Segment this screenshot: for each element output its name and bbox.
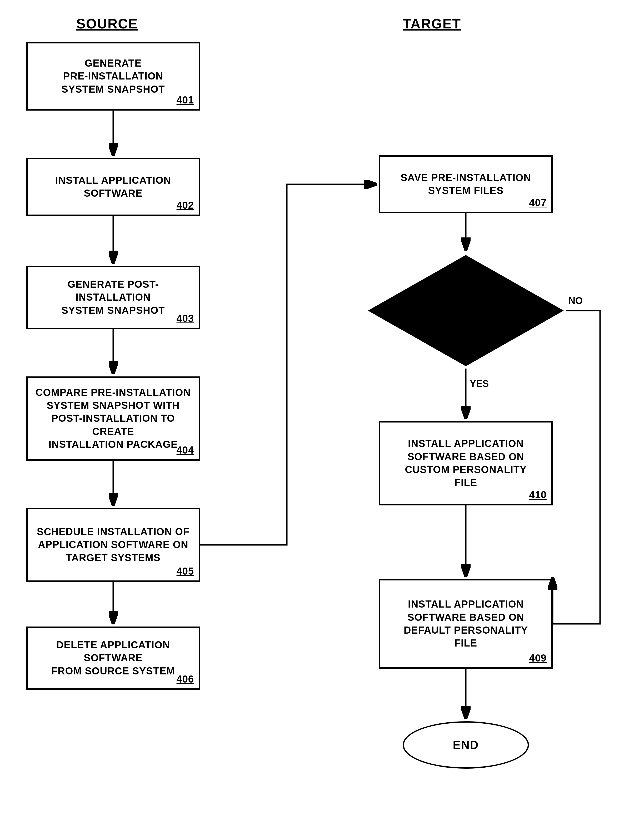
- end-label: END: [453, 738, 479, 752]
- box-406-step: 406: [177, 673, 194, 686]
- box-405-step: 405: [177, 565, 194, 578]
- box-405: SCHEDULE INSTALLATION OFAPPLICATION SOFT…: [26, 508, 200, 582]
- box-402-label: INSTALL APPLICATIONSOFTWARE: [55, 174, 171, 200]
- target-header: TARGET: [403, 16, 461, 32]
- diamond-408: 408 CURRENTLYPERSONALITYFILE EXIST?: [366, 253, 566, 368]
- box-404-label: COMPARE PRE-INSTALLATIONSYSTEM SNAPSHOT …: [36, 386, 191, 451]
- box-404-step: 404: [177, 444, 194, 457]
- box-407: SAVE PRE-INSTALLATIONSYSTEM FILES 407: [379, 155, 553, 213]
- box-407-step: 407: [529, 196, 547, 209]
- box-406-label: DELETE APPLICATION SOFTWAREFROM SOURCE S…: [36, 639, 191, 677]
- diamond-408-label: CURRENTLYPERSONALITYFILE EXIST?: [431, 299, 501, 336]
- box-409: INSTALL APPLICATIONSOFTWARE BASED ONDEFA…: [379, 579, 553, 669]
- box-403-label: GENERATE POST-INSTALLATIONSYSTEM SNAPSHO…: [36, 278, 191, 317]
- box-403: GENERATE POST-INSTALLATIONSYSTEM SNAPSHO…: [26, 266, 200, 329]
- source-header: SOURCE: [76, 16, 138, 32]
- box-404: COMPARE PRE-INSTALLATIONSYSTEM SNAPSHOT …: [26, 376, 200, 461]
- box-407-label: SAVE PRE-INSTALLATIONSYSTEM FILES: [401, 171, 531, 197]
- box-410-label: INSTALL APPLICATIONSOFTWARE BASED ONCUST…: [405, 437, 527, 489]
- box-402: INSTALL APPLICATIONSOFTWARE 402: [26, 158, 200, 216]
- box-401: GENERATEPRE-INSTALLATIONSYSTEM SNAPSHOT …: [26, 42, 200, 111]
- diamond-408-step: 408: [457, 285, 474, 297]
- box-409-step: 409: [529, 652, 547, 665]
- box-402-step: 402: [177, 199, 194, 212]
- box-410: INSTALL APPLICATIONSOFTWARE BASED ONCUST…: [379, 421, 553, 505]
- box-401-label: GENERATEPRE-INSTALLATIONSYSTEM SNAPSHOT: [62, 57, 165, 96]
- diagram-container: SOURCE TARGET GENERATEPRE-INSTALLATIONSY…: [0, 0, 634, 840]
- svg-text:YES: YES: [470, 378, 489, 389]
- box-401-step: 401: [177, 94, 194, 107]
- svg-text:NO: NO: [568, 295, 583, 306]
- box-409-label: INSTALL APPLICATIONSOFTWARE BASED ONDEFA…: [404, 598, 528, 650]
- box-403-step: 403: [177, 312, 194, 325]
- diamond-408-text: 408 CURRENTLYPERSONALITYFILE EXIST?: [366, 253, 566, 368]
- box-406: DELETE APPLICATION SOFTWAREFROM SOURCE S…: [26, 627, 200, 690]
- end-oval: END: [403, 721, 529, 769]
- box-410-step: 410: [529, 489, 547, 502]
- box-405-label: SCHEDULE INSTALLATION OFAPPLICATION SOFT…: [37, 526, 189, 564]
